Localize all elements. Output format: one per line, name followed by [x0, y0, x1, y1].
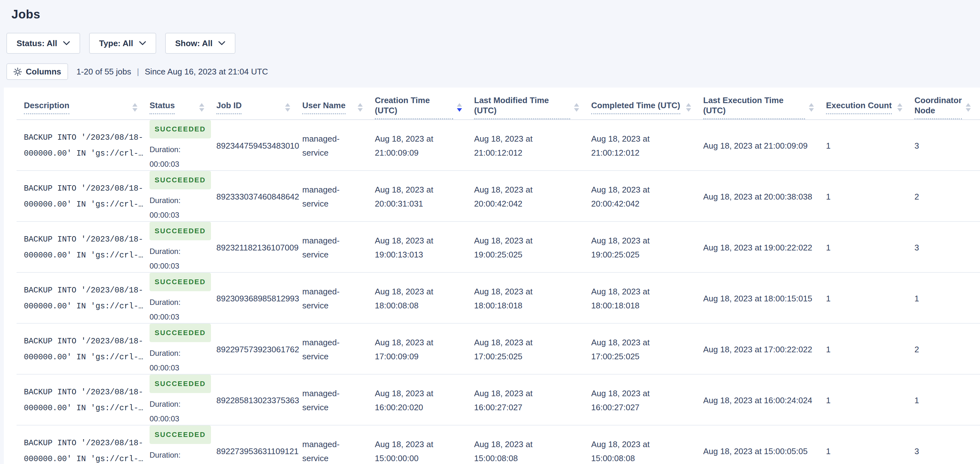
status-cell: SUCCEEDED Duration: 00:00:03	[150, 273, 216, 324]
column-header-label: User Name	[302, 100, 345, 114]
column-header[interactable]: Status	[150, 88, 216, 120]
sort-control[interactable]	[686, 103, 691, 112]
sort-desc-icon	[285, 108, 290, 112]
sort-control[interactable]	[574, 103, 579, 112]
table-row[interactable]: BACKUP INTO '/2023/08/18-000000.00' IN '…	[4, 324, 980, 375]
user-name: managed-service	[302, 386, 355, 415]
chevron-down-icon	[63, 41, 70, 46]
job-id-cell: 892285813023375363	[216, 393, 302, 407]
sort-asc-icon	[809, 103, 814, 107]
creation-time: Aug 18, 2023 at 18:00:08:08	[375, 284, 453, 313]
sort-asc-icon	[574, 103, 579, 107]
table-row[interactable]: BACKUP INTO '/2023/08/18-000000.00' IN '…	[4, 375, 980, 426]
sort-control[interactable]	[966, 103, 971, 112]
job-description-link[interactable]: BACKUP INTO '/2023/08/18-000000.00' IN '…	[24, 282, 145, 314]
column-header-label: Creation Time (UTC)	[375, 95, 453, 120]
sort-control[interactable]	[285, 103, 290, 112]
sort-control[interactable]	[358, 103, 363, 112]
sort-asc-icon	[457, 103, 462, 107]
user-name-cell: managed-service	[302, 132, 375, 160]
column-header-label: Description	[24, 100, 69, 114]
column-header[interactable]: Creation Time (UTC)	[375, 88, 474, 120]
job-id-cell: 892344759453483010	[216, 139, 302, 153]
chevron-down-icon	[139, 41, 146, 46]
results-count: 1-20 of 55 jobs	[76, 67, 131, 77]
sort-control[interactable]	[809, 103, 814, 112]
job-description-link[interactable]: BACKUP INTO '/2023/08/18-000000.00' IN '…	[24, 435, 145, 464]
coordinator-node-cell: 3	[915, 139, 980, 153]
last-execution-time-cell: Aug 18, 2023 at 16:00:24:024	[703, 393, 826, 407]
column-header[interactable]: Execution Count	[826, 88, 915, 120]
last-modified-time-cell: Aug 18, 2023 at 21:00:12:012	[474, 132, 591, 160]
creation-time: Aug 18, 2023 at 17:00:09:09	[375, 335, 453, 364]
filter-bar: Status: All Type: All Show: All	[6, 33, 980, 54]
column-header[interactable]: Last Modified Time (UTC)	[474, 88, 591, 120]
job-duration: Duration: 00:00:03	[150, 397, 197, 426]
job-description-link[interactable]: BACKUP INTO '/2023/08/18-000000.00' IN '…	[24, 130, 145, 162]
table-row[interactable]: BACKUP INTO '/2023/08/18-000000.00' IN '…	[4, 222, 980, 273]
creation-time: Aug 18, 2023 at 15:00:00:00	[375, 437, 453, 464]
status-badge: SUCCEEDED	[150, 273, 211, 291]
description-cell: BACKUP INTO '/2023/08/18-000000.00' IN '…	[24, 232, 150, 263]
sort-desc-icon	[574, 108, 579, 112]
job-duration: Duration: 00:00:03	[150, 193, 197, 222]
job-id-cell: 892273953631109121	[216, 444, 302, 458]
type-filter-dropdown[interactable]: Type: All	[89, 33, 156, 54]
job-description-link[interactable]: BACKUP INTO '/2023/08/18-000000.00' IN '…	[24, 232, 145, 263]
sort-control[interactable]	[457, 103, 462, 112]
completed-time-cell: Aug 18, 2023 at 17:00:25:025	[591, 335, 703, 364]
creation-time: Aug 18, 2023 at 20:00:31:031	[375, 183, 453, 210]
coordinator-node-cell: 1	[915, 292, 980, 306]
table-header-row: Description Status Job ID User Name Crea…	[4, 88, 980, 120]
column-header-label: Last Execution Time (UTC)	[703, 95, 805, 120]
sort-asc-icon	[358, 103, 363, 107]
status-cell: SUCCEEDED Duration: 00:00:03	[150, 222, 216, 273]
sort-asc-icon	[966, 103, 971, 107]
sort-control[interactable]	[132, 103, 137, 112]
column-header[interactable]: Job ID	[216, 88, 302, 120]
sort-desc-icon	[966, 108, 971, 112]
sort-control[interactable]	[897, 103, 902, 112]
status-filter-dropdown[interactable]: Status: All	[6, 33, 80, 54]
table-row[interactable]: BACKUP INTO '/2023/08/18-000000.00' IN '…	[4, 426, 980, 464]
execution-count-cell: 1	[826, 139, 915, 153]
description-cell: BACKUP INTO '/2023/08/18-000000.00' IN '…	[24, 130, 150, 162]
user-name-cell: managed-service	[302, 234, 375, 261]
sort-control[interactable]	[199, 103, 204, 112]
sort-asc-icon	[199, 103, 204, 107]
show-filter-dropdown[interactable]: Show: All	[165, 33, 235, 54]
show-filter-label: Show: All	[175, 38, 213, 48]
column-header[interactable]: Coordinator Node	[915, 88, 980, 120]
description-cell: BACKUP INTO '/2023/08/18-000000.00' IN '…	[24, 181, 150, 212]
sort-asc-icon	[285, 103, 290, 107]
table-row[interactable]: BACKUP INTO '/2023/08/18-000000.00' IN '…	[4, 171, 980, 222]
completed-time-cell: Aug 18, 2023 at 20:00:42:042	[591, 183, 703, 210]
job-description-link[interactable]: BACKUP INTO '/2023/08/18-000000.00' IN '…	[24, 333, 145, 365]
job-description-link[interactable]: BACKUP INTO '/2023/08/18-000000.00' IN '…	[24, 181, 145, 212]
table-row[interactable]: BACKUP INTO '/2023/08/18-000000.00' IN '…	[4, 120, 980, 171]
column-header[interactable]: Last Execution Time (UTC)	[703, 88, 826, 120]
user-name-cell: managed-service	[302, 335, 375, 364]
last-execution-time-cell: Aug 18, 2023 at 21:00:09:09	[703, 139, 826, 153]
coordinator-node-cell: 2	[915, 190, 980, 204]
column-header-label: Status	[150, 100, 175, 114]
table-row[interactable]: BACKUP INTO '/2023/08/18-000000.00' IN '…	[4, 273, 980, 324]
job-id-cell: 892309368985812993	[216, 292, 302, 306]
chevron-down-icon	[218, 41, 225, 46]
column-header[interactable]: User Name	[302, 88, 375, 120]
status-badge: SUCCEEDED	[150, 171, 211, 189]
column-header-label: Execution Count	[826, 100, 892, 114]
job-description-link[interactable]: BACKUP INTO '/2023/08/18-000000.00' IN '…	[24, 384, 145, 416]
column-header[interactable]: Completed Time (UTC)	[591, 88, 703, 120]
completed-time-cell: Aug 18, 2023 at 16:00:27:027	[591, 386, 703, 415]
sort-desc-icon	[686, 108, 691, 112]
description-cell: BACKUP INTO '/2023/08/18-000000.00' IN '…	[24, 384, 150, 416]
sort-desc-icon	[132, 108, 137, 112]
columns-button[interactable]: Columns	[6, 63, 68, 80]
last-execution-time-cell: Aug 18, 2023 at 20:00:38:038	[703, 190, 826, 204]
creation-time-cell: Aug 18, 2023 at 20:00:31:031	[375, 183, 474, 210]
status-cell: SUCCEEDED Duration: 00:00:03	[150, 375, 216, 426]
column-header-label: Last Modified Time (UTC)	[474, 95, 570, 120]
column-header[interactable]: Description	[24, 88, 150, 120]
coordinator-node-cell: 2	[915, 343, 980, 356]
